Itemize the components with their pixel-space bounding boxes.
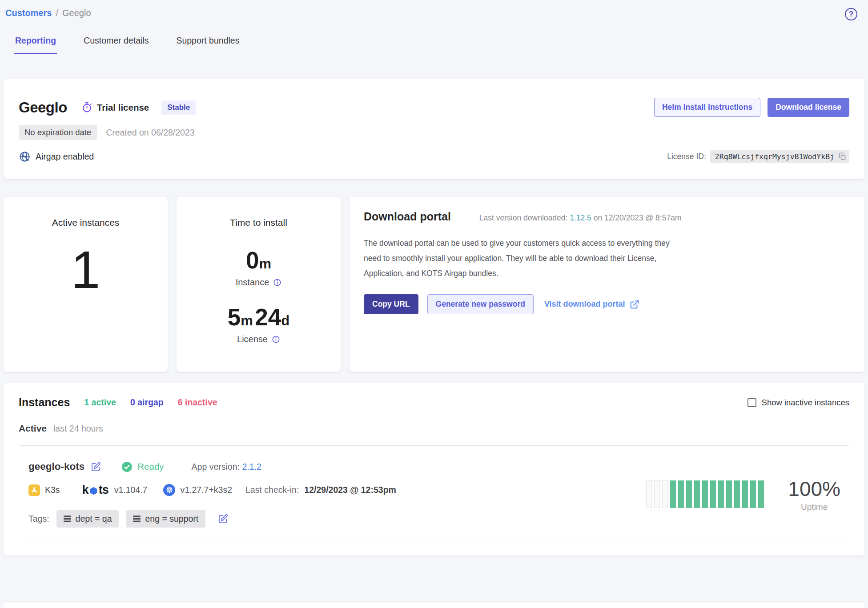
stats-row: Active instances 1 Time to install 0m In… bbox=[4, 197, 864, 372]
license-id-pill: 2Rq8WLcsjfxqrMysjvB1WodYkBj bbox=[710, 150, 849, 163]
uptime-bar-filled bbox=[670, 480, 676, 508]
time-to-install-card: Time to install 0m Instance 5m 24d Licen… bbox=[177, 197, 341, 372]
download-portal-card: Download portal Last version downloaded:… bbox=[350, 197, 864, 372]
show-inactive-checkbox[interactable] bbox=[747, 398, 756, 407]
breadcrumb-customers-link[interactable]: Customers bbox=[5, 8, 52, 18]
tags-row: Tags: dept = qa eng = support bbox=[28, 510, 646, 528]
kots-version: v1.104.7 bbox=[114, 485, 148, 495]
last-version-link[interactable]: 1.12.5 bbox=[570, 213, 591, 222]
tag-pill: dept = qa bbox=[56, 510, 119, 528]
app-version: App version: 2.1.2 bbox=[192, 462, 261, 472]
uptime-bar-filled bbox=[726, 480, 732, 508]
tab-reporting[interactable]: Reporting bbox=[14, 36, 57, 54]
visit-download-portal-link[interactable]: Visit download portal bbox=[544, 300, 639, 309]
distribution: K3s bbox=[28, 484, 60, 496]
customer-name: Geeglo bbox=[19, 99, 67, 116]
edit-instance-name-icon[interactable] bbox=[91, 462, 101, 472]
k8s-version-group: ☸ v1.27.7+k3s2 bbox=[163, 484, 232, 496]
uptime-bar-empty bbox=[654, 480, 660, 508]
last-version-suffix: on 12/20/2023 @ 8:57am bbox=[594, 213, 682, 222]
time-to-install-title: Time to install bbox=[177, 217, 341, 228]
uptime-bar-filled bbox=[678, 480, 684, 508]
uptime-widget: 100% Uptime bbox=[646, 477, 847, 512]
license-id-row: License ID: 2Rq8WLcsjfxqrMysjvB1WodYkBj bbox=[667, 150, 849, 163]
license-id-value: 2Rq8WLcsjfxqrMysjvB1WodYkBj bbox=[715, 152, 834, 161]
uptime-bar-filled bbox=[750, 480, 756, 508]
license-summary-card: Geeglo Trial license Stable Helm install… bbox=[4, 79, 864, 179]
uptime-bar-filled bbox=[734, 480, 740, 508]
instance-status: Ready bbox=[121, 461, 164, 472]
breadcrumb: Customers / Geeglo bbox=[5, 8, 91, 18]
tab-customer-details[interactable]: Customer details bbox=[83, 36, 149, 54]
instances-card: Instances 1 active 0 airgap 6 inactive S… bbox=[4, 383, 864, 556]
uptime-bars bbox=[646, 480, 764, 508]
uptime-bar-filled bbox=[742, 480, 748, 508]
edit-tags-icon[interactable] bbox=[218, 514, 228, 524]
app-version-link[interactable]: 2.1.2 bbox=[242, 462, 261, 472]
instance-time-label: Instance bbox=[236, 277, 269, 288]
kots-logo-hexagon bbox=[89, 486, 98, 496]
airgap-label: Airgap enabled bbox=[36, 152, 94, 162]
instance-time-unit: m bbox=[259, 256, 271, 272]
uptime-percent-block: 100% Uptime bbox=[788, 477, 840, 512]
next-card-top-edge bbox=[4, 602, 864, 608]
ready-check-icon bbox=[121, 461, 133, 472]
visit-download-portal-label: Visit download portal bbox=[544, 300, 625, 309]
uptime-bar-filled bbox=[686, 480, 692, 508]
license-time-number1: 5 bbox=[228, 304, 241, 330]
instance-status-label: Ready bbox=[137, 461, 164, 472]
kots-logo-ts: ts bbox=[99, 483, 108, 497]
tag-lines-icon bbox=[133, 516, 141, 522]
show-inactive-toggle: Show inactive instances bbox=[747, 398, 849, 408]
channel-badge: Stable bbox=[161, 100, 196, 115]
helm-install-instructions-button[interactable]: Helm install instructions bbox=[654, 98, 760, 117]
external-link-icon bbox=[630, 300, 639, 309]
uptime-bar-filled bbox=[702, 480, 708, 508]
breadcrumb-current: Geeglo bbox=[62, 8, 91, 18]
tag-value: eng = support bbox=[145, 514, 198, 524]
download-license-button[interactable]: Download license bbox=[768, 98, 849, 117]
kots-logo-k: k bbox=[82, 483, 88, 497]
instance-name: geeglo-kots bbox=[28, 461, 84, 472]
help-icon[interactable]: ? bbox=[845, 8, 857, 20]
copy-url-button[interactable]: Copy URL bbox=[364, 294, 418, 314]
airgap-count-link[interactable]: 0 airgap bbox=[130, 397, 164, 408]
license-id-label: License ID: bbox=[667, 152, 706, 161]
last-checkin: Last check-in: 12/29/2023 @ 12:53pm bbox=[245, 485, 396, 495]
tag-value: dept = qa bbox=[76, 514, 112, 524]
k3s-icon bbox=[28, 484, 40, 496]
tag-lines-icon bbox=[64, 516, 71, 522]
uptime-bar-empty bbox=[646, 480, 652, 508]
uptime-percent: 100% bbox=[788, 477, 840, 501]
tab-support-bundles[interactable]: Support bundles bbox=[175, 36, 240, 54]
uptime-label: Uptime bbox=[788, 502, 840, 512]
breadcrumb-separator: / bbox=[56, 8, 58, 18]
tags-label: Tags: bbox=[28, 514, 49, 524]
license-time-label-row: License bbox=[177, 334, 341, 344]
license-info-icon[interactable] bbox=[272, 335, 280, 344]
instance-row: geeglo-kots Ready bbox=[19, 446, 849, 528]
download-portal-title: Download portal bbox=[364, 210, 451, 223]
expiration-badge: No expiration date bbox=[19, 125, 97, 140]
last-version-downloaded: Last version downloaded: 1.12.5 on 12/20… bbox=[479, 213, 682, 223]
instance-info-icon[interactable] bbox=[273, 278, 281, 287]
kubernetes-icon: ☸ bbox=[163, 484, 175, 496]
license-time-unit2: d bbox=[281, 313, 289, 328]
active-group-title: Active bbox=[19, 423, 47, 434]
license-time-unit1: m bbox=[241, 313, 253, 328]
generate-new-password-button[interactable]: Generate new password bbox=[427, 294, 534, 314]
uptime-bar-empty bbox=[662, 480, 668, 508]
show-inactive-label: Show inactive instances bbox=[762, 398, 849, 408]
inactive-count-link[interactable]: 6 inactive bbox=[178, 397, 217, 408]
license-type-label: Trial license bbox=[97, 102, 149, 113]
active-count-link[interactable]: 1 active bbox=[84, 397, 116, 408]
created-date-text: Created on 06/28/2023 bbox=[106, 128, 195, 138]
kots-logo: k ts bbox=[82, 483, 108, 497]
trial-timer-icon bbox=[81, 102, 92, 113]
license-type: Trial license bbox=[81, 102, 149, 113]
last-version-prefix: Last version downloaded: bbox=[479, 213, 567, 222]
copy-license-id-icon[interactable] bbox=[838, 152, 847, 161]
active-group-subtitle: last 24 hours bbox=[53, 424, 103, 434]
uptime-bar-filled bbox=[718, 480, 724, 508]
instance-install-time: 0m bbox=[177, 247, 341, 274]
